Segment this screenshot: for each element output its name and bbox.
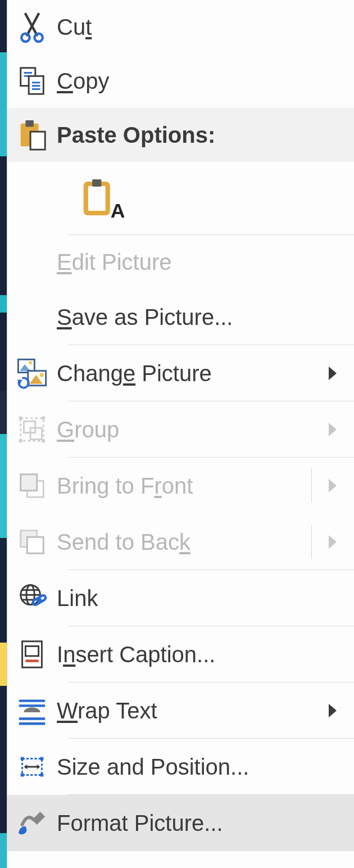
svg-rect-11 [30,132,45,150]
svg-point-20 [40,373,44,377]
menu-label-cut: Cut [57,15,354,40]
svg-rect-56 [40,774,44,777]
svg-text:A: A [111,200,124,220]
menu-item-group: Group [7,401,354,458]
menu-label-send-to-back: Send to Back [57,530,354,555]
submenu-arrow-icon [329,535,339,549]
menu-item-save-as-picture[interactable]: Save as Picture... [7,289,354,345]
submenu-arrow-icon [329,423,339,436]
change-picture-icon [7,345,57,401]
menu-item-copy[interactable]: Copy [7,54,354,108]
menu-label-edit-picture: Edit Picture [57,250,354,275]
svg-marker-30 [329,423,337,436]
svg-marker-59 [37,765,40,770]
paste-icon [7,108,57,162]
menu-label-wrap-text: Wrap Text [57,698,354,724]
menu-label-format-picture: Format Picture... [57,811,354,836]
paste-options-row: A [7,162,354,235]
menu-label-size-position: Size and Position... [57,754,354,780]
submenu-arrow-icon [329,367,339,380]
caption-icon [7,626,57,682]
svg-marker-36 [329,535,337,549]
menu-item-insert-caption[interactable]: Insert Caption... [7,626,354,682]
svg-rect-10 [25,120,34,127]
svg-marker-33 [329,479,337,492]
link-icon [7,570,57,626]
svg-rect-53 [21,757,24,761]
menu-label-insert-caption: Insert Caption... [57,642,354,667]
svg-point-17 [29,361,32,364]
menu-label-save-as-picture: Save as Picture... [57,305,354,330]
svg-marker-51 [329,704,337,717]
svg-rect-28 [19,439,22,442]
svg-rect-55 [21,774,24,777]
menu-item-change-picture[interactable]: Change Picture [7,345,354,401]
menu-item-edit-picture: Edit Picture [7,235,354,289]
svg-marker-58 [24,765,28,770]
submenu-arrow-icon [329,704,339,717]
menu-item-cut[interactable]: Cut [7,0,354,54]
format-picture-icon [7,795,57,851]
menu-item-size-position[interactable]: Size and Position... [7,739,354,795]
split-divider [311,469,312,503]
menu-header-paste-options: Paste Options: [7,108,354,162]
copy-icon [7,54,57,108]
context-menu: Cut Copy Paste Options: A Edit Picture S… [7,0,354,868]
blank-icon [7,235,57,289]
menu-item-format-picture[interactable]: Format Picture... [7,795,354,851]
svg-rect-26 [19,417,22,420]
menu-label-paste-options: Paste Options: [57,123,354,148]
blank-icon [7,289,57,345]
svg-rect-54 [40,757,44,761]
svg-rect-13 [92,179,101,186]
svg-rect-29 [42,439,45,442]
wrap-text-icon [7,682,57,739]
menu-label-group: Group [57,417,354,442]
menu-item-wrap-text[interactable]: Wrap Text [7,682,354,739]
svg-point-0 [21,34,30,42]
svg-rect-35 [27,537,43,553]
menu-label-link: Link [57,586,354,611]
svg-rect-12 [86,184,108,213]
scissors-icon [7,0,57,54]
menu-item-bring-to-front: Bring to Front [7,458,354,514]
paste-option-keep-text[interactable]: A [80,177,124,225]
bring-front-icon [7,458,57,514]
svg-rect-27 [42,417,45,420]
submenu-arrow-icon [329,479,339,492]
svg-point-1 [34,34,43,42]
menu-item-link[interactable]: Link [7,570,354,626]
send-back-icon [7,514,57,570]
group-icon [7,401,57,458]
menu-label-copy: Copy [57,69,354,94]
svg-rect-43 [37,594,47,603]
size-position-icon [7,739,57,795]
svg-marker-22 [329,367,337,380]
menu-label-change-picture: Change Picture [57,361,354,386]
svg-rect-32 [21,474,37,491]
menu-item-send-to-back: Send to Back [7,514,354,570]
split-divider [311,525,312,559]
menu-label-bring-to-front: Bring to Front [57,473,354,499]
